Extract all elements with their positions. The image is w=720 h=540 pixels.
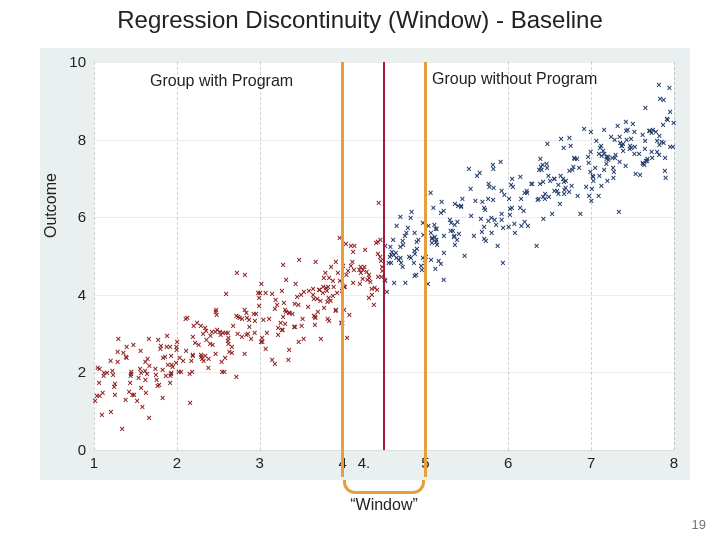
data-point: × [392,250,399,257]
data-point: × [567,143,574,150]
data-point: × [387,244,394,251]
data-point: × [298,323,305,330]
data-point: × [157,343,164,350]
data-point: × [334,290,341,297]
data-point: × [412,251,419,258]
data-point: × [447,228,454,235]
data-point: × [440,208,447,215]
x-tick: 1 [84,454,104,471]
data-point: × [305,304,312,311]
data-point: × [238,334,245,341]
data-point: × [365,272,372,279]
data-point: × [216,329,223,336]
data-point: × [656,152,663,159]
data-point: × [359,267,366,274]
data-point: × [654,149,661,156]
data-point: × [163,344,170,351]
data-point: × [350,280,357,287]
data-point: × [488,230,495,237]
data-point: × [236,315,243,322]
data-point: × [520,208,527,215]
data-point: × [610,169,617,176]
data-point: × [433,226,440,233]
x-tick: 6 [498,454,518,471]
data-point: × [324,299,331,306]
data-point: × [184,315,191,322]
data-point: × [280,314,287,321]
data-point: × [321,305,328,312]
data-point: × [597,145,604,152]
data-point: × [641,162,648,169]
data-point: × [99,390,106,397]
data-point: × [212,351,219,358]
data-point: × [253,311,260,318]
data-point: × [347,243,354,250]
data-point: × [228,344,235,351]
data-point: × [490,166,497,173]
data-point: × [622,119,629,126]
data-point: × [468,213,475,220]
data-point: × [142,368,149,375]
data-point: × [541,196,548,203]
data-point: × [292,324,299,331]
data-point: × [146,363,153,370]
data-point: × [407,255,414,262]
data-point: × [122,354,129,361]
data-point: × [574,156,581,163]
data-point: × [657,96,664,103]
data-point: × [600,148,607,155]
data-point: × [517,174,524,181]
data-point: × [509,184,516,191]
data-point: × [205,365,212,372]
data-point: × [631,144,638,151]
data-point: × [332,308,339,315]
data-point: × [296,257,303,264]
data-point: × [598,153,605,160]
data-point: × [310,296,317,303]
data-point: × [169,364,176,371]
data-point: × [619,143,626,150]
data-point: × [648,149,655,156]
data-point: × [592,165,599,172]
data-point: × [467,186,474,193]
data-point: × [393,255,400,262]
data-point: × [617,140,624,147]
data-point: × [316,287,323,294]
data-point: × [390,252,397,259]
data-point: × [489,162,496,169]
gridline-h [94,450,674,451]
data-point: × [317,336,324,343]
data-point: × [224,330,231,337]
data-point: × [640,161,647,168]
data-point: × [162,354,169,361]
data-point: × [554,188,561,195]
data-point: × [485,181,492,188]
data-point: × [167,380,174,387]
data-point: × [217,332,224,339]
data-point: × [479,199,486,206]
data-point: × [399,264,406,271]
data-point: × [497,159,504,166]
data-point: × [385,260,392,267]
data-point: × [411,230,418,237]
data-point: × [669,144,676,151]
data-point: × [167,373,174,380]
data-point: × [114,349,121,356]
data-point: × [601,167,608,174]
data-point: × [164,333,171,340]
data-point: × [246,324,253,331]
data-point: × [429,235,436,242]
data-point: × [388,252,395,259]
data-point: × [291,301,298,308]
data-point: × [604,178,611,185]
data-point: × [482,238,489,245]
data-point: × [203,337,210,344]
data-point: × [476,170,483,177]
data-point: × [611,137,618,144]
data-point: × [493,222,500,229]
data-point: × [198,352,205,359]
data-point: × [404,225,411,232]
data-point: × [415,237,422,244]
data-point: × [595,193,602,200]
data-point: × [481,224,488,231]
